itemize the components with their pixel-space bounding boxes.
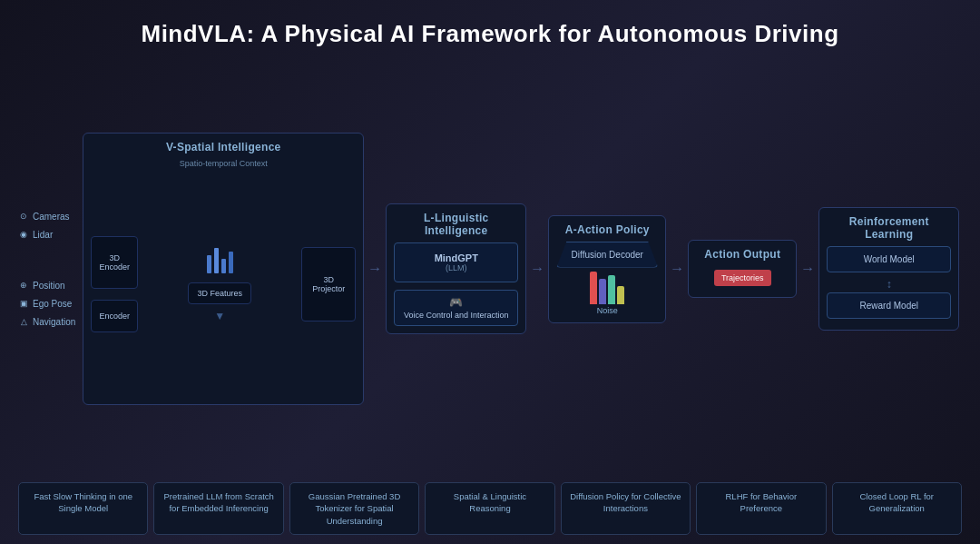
encoder-3d-box: 3D Encoder xyxy=(91,236,138,289)
reward-model-box: Reward Model xyxy=(827,292,951,319)
position-icon: ⊕ xyxy=(18,280,29,291)
voice-icon: 🎮 xyxy=(398,296,514,309)
page-title: MindVLA: A Physical AI Framework for Aut… xyxy=(141,0,838,63)
col-rl: Reinforcement Learning World Model ↕ Rew… xyxy=(818,207,959,331)
diagram-area: ⊙ Cameras ◉ Lidar ⊕ Position ▣ Ego Pose xyxy=(18,63,962,544)
input-labels: ⊙ Cameras ◉ Lidar ⊕ Position ▣ Ego Pose xyxy=(18,211,75,327)
input-lidar: ◉ Lidar xyxy=(18,229,75,240)
action-label: A-Action Policy xyxy=(556,223,658,236)
diagram-columns: ⊙ Cameras ◉ Lidar ⊕ Position ▣ Ego Pose xyxy=(18,63,962,475)
bottom-box-6: Closed Loop RL for Generalization xyxy=(832,482,962,535)
input-egopose: ▣ Ego Pose xyxy=(18,298,75,309)
col-linguistic: L-Linguistic Intelligence MindGPT (LLM) … xyxy=(386,203,526,334)
projector-3d-box: 3D Projector xyxy=(301,245,356,323)
navigation-icon: △ xyxy=(18,316,29,327)
bottom-box-1: Pretrained LLM from Scratch for Embedded… xyxy=(153,482,283,535)
main-container: MindVLA: A Physical AI Framework for Aut… xyxy=(0,0,980,544)
rl-down-arrow: ↕ xyxy=(827,278,951,291)
noise-visualization xyxy=(590,272,624,304)
diffusion-box: Diffusion Decoder xyxy=(556,242,658,268)
bottom-box-2: Gaussian Pretrained 3D Tokenizer for Spa… xyxy=(289,482,419,535)
bottom-box-4: Diffusion Policy for Collective Interact… xyxy=(561,482,691,535)
bottom-box-0: Fast Slow Thinking in one Single Model xyxy=(18,482,148,535)
spatio-label: Spatio-temporal Context xyxy=(91,159,356,168)
input-cameras: ⊙ Cameras xyxy=(18,211,75,222)
rl-label: Reinforcement Learning xyxy=(827,215,951,241)
col-action: A-Action Policy Diffusion Decoder xyxy=(548,215,666,323)
linguistic-label: L-Linguistic Intelligence xyxy=(394,212,518,237)
bars-visualization xyxy=(207,246,233,273)
col-output: Action Output Trajectories xyxy=(688,240,797,298)
egopose-icon: ▣ xyxy=(18,298,29,309)
output-label: Action Output xyxy=(696,248,789,261)
trajectories-badge: Trajectories xyxy=(714,270,771,286)
features-3d-box: 3D Features xyxy=(188,282,251,304)
input-navigation: △ Navigation xyxy=(18,316,75,327)
bottom-info-row: Fast Slow Thinking in one Single Model P… xyxy=(18,482,962,535)
col-vspatial: V-Spatial Intelligence Spatio-temporal C… xyxy=(83,133,364,405)
arrow-linguistic-action: → xyxy=(530,261,544,277)
voice-control-box: 🎮 Voice Control and Interaction xyxy=(394,290,518,326)
arrow-output-rl: → xyxy=(800,261,815,277)
mindgpt-box: MindGPT (LLM) xyxy=(394,242,518,282)
noise-label: Noise xyxy=(597,306,618,315)
bottom-box-3: Spatial & Linguistic Reasoning xyxy=(425,482,554,535)
vspatial-label: V-Spatial Intelligence xyxy=(91,141,356,153)
arrow-action-output: → xyxy=(670,261,684,277)
arrow-vspatial-linguistic: → xyxy=(368,261,382,277)
world-model-box: World Model xyxy=(827,246,951,272)
input-position: ⊕ Position xyxy=(18,280,75,291)
lidar-icon: ◉ xyxy=(18,229,29,240)
down-arrow: ▼ xyxy=(214,310,225,322)
bottom-box-5: RLHF for Behavior Preference xyxy=(696,482,826,535)
camera-icon: ⊙ xyxy=(18,211,29,222)
encoder-bottom-box: Encoder xyxy=(91,300,138,332)
